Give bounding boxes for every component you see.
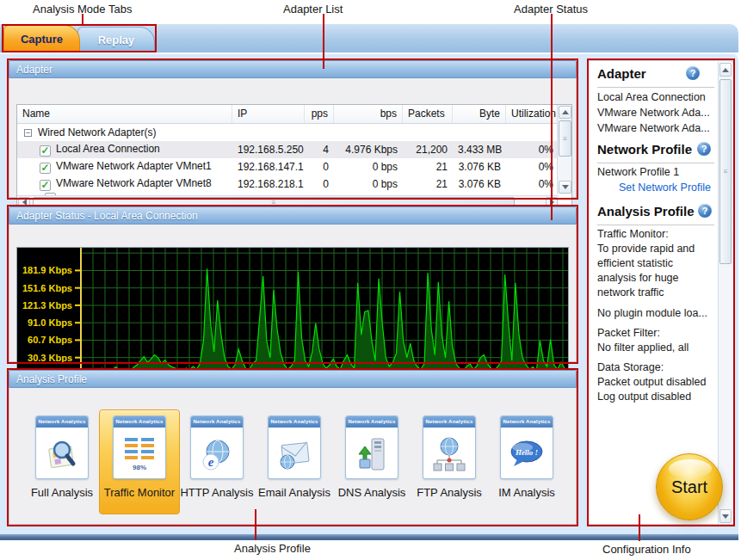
- profile-item-ftp-analysis[interactable]: Network Analytics FTP Analysis: [411, 415, 488, 499]
- group-row-label: Wired Network Adapter(s): [38, 126, 156, 138]
- help-icon[interactable]: ?: [698, 204, 712, 218]
- sidebar-text-line: Data Storage:: [597, 360, 664, 375]
- set-network-profile-link[interactable]: Set Network Profile: [619, 181, 711, 195]
- sidebar-adapter-item[interactable]: Local Area Connection: [597, 90, 706, 105]
- sidebar-text-line: analysis for huge: [597, 271, 679, 286]
- svg-text:e: e: [208, 455, 214, 469]
- im-analysis-icon: Hello !: [501, 428, 553, 479]
- profile-item-full-analysis[interactable]: Network Analytics Full Analysis: [23, 415, 101, 499]
- sidebar-adapter-item[interactable]: VMware Network Ada...: [597, 121, 710, 136]
- tab-capture[interactable]: Capture: [3, 25, 80, 52]
- adapter-status-header: Adapter Status - Local Area Connection: [9, 206, 577, 225]
- col-name[interactable]: Name: [17, 105, 232, 123]
- checkbox-checked[interactable]: ✓: [40, 163, 51, 174]
- adapter-panel-header: Adapter: [9, 60, 577, 78]
- traffic-chart-svg: 181.9 Kbps151.6 Kbps121.3 Kbps91.0 Kbps6…: [17, 248, 568, 377]
- icon-banner-label: Network Analytics: [501, 416, 553, 428]
- tab-replay-label: Replay: [98, 34, 135, 46]
- adapter-panel: Adapter Name IP pps bps Packets Byte Uti…: [9, 60, 577, 198]
- adapter-pps: 4: [305, 144, 334, 156]
- annotation-callout-line: [551, 14, 553, 220]
- adapter-byte: 3.076 KB: [453, 161, 506, 173]
- profile-item-email-analysis[interactable]: Network Analytics Email Analysis: [256, 415, 333, 499]
- annotation-configuration-info: Configuration Info: [602, 543, 691, 556]
- start-button-label: Start: [671, 477, 707, 497]
- ftp-analysis-icon: [423, 428, 475, 479]
- icon-banner-label: Network Analytics: [36, 416, 88, 428]
- sidebar-text-line: Packet Filter:: [597, 326, 660, 341]
- col-bps[interactable]: bps: [334, 105, 403, 123]
- help-icon[interactable]: ?: [697, 142, 711, 156]
- traffic-monitor-badge: 98%: [133, 464, 146, 471]
- adapter-byte: 3.076 KB: [453, 178, 506, 190]
- adapter-bps: 0 bps: [334, 161, 403, 173]
- scroll-down-button[interactable]: [559, 181, 571, 194]
- profile-item-im-analysis[interactable]: Network Analytics Hello ! IM Analysis: [488, 415, 565, 499]
- col-pps[interactable]: pps: [305, 105, 334, 123]
- scroll-up-button[interactable]: [559, 106, 571, 119]
- profile-item-label: DNS Analysis: [333, 486, 411, 499]
- annotation-callout-line: [323, 14, 324, 69]
- icon-banner-label: Network Analytics: [114, 416, 165, 428]
- col-byte[interactable]: Byte: [453, 105, 506, 123]
- profile-item-label: FTP Analysis: [411, 486, 488, 499]
- svg-text:60.7 Kbps: 60.7 Kbps: [28, 335, 72, 345]
- adapter-status-panel: Adapter Status - Local Area Connection 1…: [9, 206, 577, 362]
- table-row[interactable]: ✓VMware Network Adapter VMnet8 192.168.2…: [17, 175, 571, 193]
- profile-item-http-analysis[interactable]: Network Analytics e HTTP Analysis: [178, 415, 256, 499]
- svg-text:181.9 Kbps: 181.9 Kbps: [22, 265, 72, 275]
- profile-item-label: Email Analysis: [256, 486, 333, 499]
- adapter-byte: 3.433 MB: [453, 144, 506, 156]
- annotation-callout-line: [255, 509, 256, 540]
- checkbox-checked[interactable]: ✓: [40, 145, 51, 157]
- help-icon[interactable]: ?: [686, 66, 700, 80]
- adapter-bps: 4.976 Kbps: [334, 144, 403, 156]
- annotation-analysis-profile: Analysis Profile: [234, 542, 311, 555]
- scroll-thumb[interactable]: ≡: [559, 120, 571, 157]
- svg-text:Hello !: Hello !: [515, 448, 538, 457]
- icon-banner-label: Network Analytics: [423, 416, 475, 428]
- scroll-down-button[interactable]: [719, 509, 732, 523]
- checkbox-checked[interactable]: ✓: [40, 180, 51, 191]
- adapter-packets: 21: [403, 161, 453, 173]
- sidebar-text-line: Packet output disabled: [597, 375, 706, 390]
- sidebar-network-profile-heading: Network Profile: [597, 142, 692, 157]
- email-analysis-icon: [269, 428, 320, 479]
- col-packets[interactable]: Packets: [403, 105, 453, 123]
- scroll-thumb[interactable]: ≡: [719, 79, 732, 264]
- table-row[interactable]: ✓VMware Network Adapter VMnet1 192.168.1…: [17, 158, 571, 175]
- adapter-ip: 192.168.5.250: [232, 144, 305, 156]
- tab-replay[interactable]: Replay: [77, 27, 155, 52]
- traffic-monitor-icon: 98%: [114, 428, 165, 479]
- scroll-up-button[interactable]: [719, 63, 732, 77]
- sidebar-adapter-item[interactable]: VMware Network Ada...: [597, 106, 710, 120]
- profile-item-traffic-monitor[interactable]: Network Analytics 98% Traffic Monitor: [101, 415, 178, 499]
- sidebar-scrollbar[interactable]: ≡: [718, 62, 732, 524]
- adapter-table: Name IP pps bps Packets Byte Utilization…: [16, 104, 572, 209]
- sidebar-text-line: No filter applied, all: [597, 341, 689, 355]
- table-row[interactable]: ✓Local Area Connection 192.168.5.250 4 4…: [17, 141, 571, 158]
- svg-text:91.0 Kbps: 91.0 Kbps: [28, 317, 72, 328]
- dns-analysis-icon: [346, 428, 398, 479]
- adapter-name: Local Area Connection: [56, 143, 160, 155]
- table-vertical-scrollbar[interactable]: ≡: [557, 105, 571, 194]
- profile-item-label: IM Analysis: [488, 486, 565, 499]
- adapter-pps: 0: [305, 161, 334, 173]
- sidebar-text-line: To provide rapid and: [597, 242, 695, 256]
- profile-item-dns-analysis[interactable]: Network Analytics DNS Analysis: [333, 415, 411, 499]
- annotation-callout-line: [639, 514, 640, 541]
- table-group-row[interactable]: −Wired Network Adapter(s): [17, 124, 571, 141]
- adapter-name: VMware Network Adapter VMnet8: [56, 177, 212, 189]
- icon-banner-label: Network Analytics: [346, 416, 398, 428]
- profile-item-label: HTTP Analysis: [178, 486, 256, 499]
- col-ip[interactable]: IP: [232, 105, 305, 123]
- http-analysis-icon: e: [191, 428, 243, 479]
- analysis-profile-panel: Analysis Profile Network Analytics Full …: [9, 370, 577, 525]
- sidebar-adapter-heading: Adapter: [597, 66, 646, 82]
- svg-text:121.3 Kbps: 121.3 Kbps: [22, 300, 72, 311]
- adapter-table-header[interactable]: Name IP pps bps Packets Byte Utilization: [17, 105, 571, 124]
- tab-capture-label: Capture: [21, 33, 63, 46]
- sidebar-text-line: efficient statistic: [597, 256, 673, 271]
- start-button[interactable]: Start: [656, 453, 723, 520]
- collapse-icon[interactable]: −: [24, 129, 32, 137]
